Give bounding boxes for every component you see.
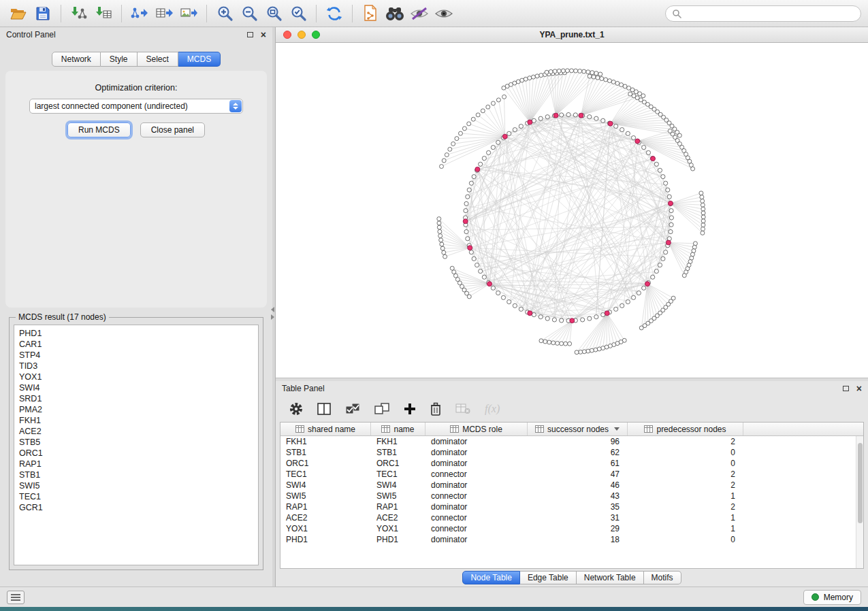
- export-network-button[interactable]: [128, 3, 151, 24]
- delete-column-button[interactable]: [430, 402, 441, 416]
- mcds-result-item[interactable]: STB5: [14, 437, 258, 448]
- run-mcds-button[interactable]: Run MCDS: [67, 122, 131, 137]
- table-mode-button[interactable]: [289, 402, 303, 416]
- mcds-result-item[interactable]: RAP1: [14, 459, 258, 469]
- table-row[interactable]: ACE2ACE2connector311: [280, 512, 863, 523]
- open-network-button[interactable]: [7, 3, 30, 24]
- mcds-result-item[interactable]: TID3: [14, 361, 258, 371]
- save-session-button[interactable]: [31, 3, 54, 24]
- tab-motifs[interactable]: Motifs: [644, 571, 681, 584]
- column-header-predecessor-nodes[interactable]: predecessor nodes: [628, 423, 743, 435]
- mcds-result-item[interactable]: CAR1: [14, 339, 258, 350]
- find-button[interactable]: [383, 3, 406, 24]
- main-toolbar: [0, 0, 868, 27]
- delete-table-button[interactable]: [455, 403, 470, 414]
- mcds-result-item[interactable]: STB1: [14, 469, 258, 480]
- memory-button[interactable]: Memory: [803, 590, 861, 605]
- import-network-button[interactable]: [67, 3, 91, 24]
- mcds-result-item[interactable]: ORC1: [14, 448, 258, 459]
- tab-network-table[interactable]: Network Table: [577, 571, 644, 584]
- tab-style[interactable]: Style: [101, 52, 138, 67]
- table-row[interactable]: PHD1PHD1dominator180: [280, 534, 863, 545]
- mcds-result-item[interactable]: SWI4: [14, 382, 258, 393]
- table-row[interactable]: YOX1YOX1connector291: [280, 523, 863, 534]
- table-row[interactable]: STB1STB1dominator620: [280, 447, 863, 458]
- zoom-in-button[interactable]: [213, 3, 236, 24]
- network-graph[interactable]: [276, 43, 868, 378]
- create-column-button[interactable]: [404, 403, 416, 415]
- column-header-name[interactable]: name: [371, 423, 425, 435]
- column-header-successor-nodes[interactable]: successor nodes: [528, 423, 628, 435]
- column-header-mcds-role[interactable]: MCDS role: [425, 423, 528, 435]
- show-columns-button[interactable]: [317, 403, 331, 415]
- zoom-selected-icon: [290, 5, 307, 22]
- table-body: FKH1FKH1dominator962STB1STB1dominator620…: [280, 436, 863, 568]
- apply-layout-button[interactable]: [323, 3, 346, 24]
- tab-select[interactable]: Select: [138, 52, 178, 67]
- mcds-result-item[interactable]: GCR1: [14, 502, 258, 513]
- select-all-button[interactable]: [345, 403, 360, 415]
- mcds-result-item[interactable]: TEC1: [14, 491, 258, 502]
- mcds-result-item[interactable]: ACE2: [14, 426, 258, 437]
- chevron-down-icon[interactable]: [614, 427, 620, 431]
- binoculars-icon: [385, 6, 404, 21]
- zoom-out-icon: [241, 5, 258, 22]
- network-canvas[interactable]: [276, 43, 868, 378]
- panel-splitter[interactable]: [272, 27, 275, 587]
- tab-mcds[interactable]: MCDS: [178, 52, 221, 67]
- toolbar-separator: [352, 5, 353, 22]
- import-table-button[interactable]: [92, 3, 115, 24]
- mcds-result-item[interactable]: SRD1: [14, 393, 258, 404]
- criterion-dropdown[interactable]: largest connected component (undirected): [29, 99, 243, 114]
- close-window-icon[interactable]: [283, 31, 291, 39]
- table-row[interactable]: TEC1TEC1connector472: [280, 469, 863, 480]
- column-header-label: MCDS role: [462, 425, 502, 434]
- table-scrollbar[interactable]: [856, 436, 863, 568]
- tab-network[interactable]: Network: [52, 52, 101, 67]
- mcds-result-item[interactable]: SWI5: [14, 480, 258, 491]
- scrollbar-thumb[interactable]: [858, 443, 863, 523]
- column-header-shared-name[interactable]: shared name: [280, 423, 371, 435]
- show-log-button[interactable]: [7, 591, 25, 604]
- function-builder-button[interactable]: f(x): [485, 403, 500, 415]
- tab-edge-table[interactable]: Edge Table: [520, 571, 577, 584]
- table-row[interactable]: ORC1ORC1dominator610: [280, 458, 863, 469]
- splitter-collapse-icon[interactable]: [271, 307, 274, 320]
- table-cell: ACE2: [371, 512, 425, 523]
- export-image-button[interactable]: [177, 3, 200, 24]
- mcds-result-item[interactable]: STP4: [14, 350, 258, 361]
- deselect-all-button[interactable]: [374, 403, 389, 415]
- mcds-result-item[interactable]: PMA2: [14, 404, 258, 415]
- mcds-result-item[interactable]: YOX1: [14, 371, 258, 382]
- zoom-fit-button[interactable]: [262, 3, 285, 24]
- show-all-button[interactable]: [432, 3, 455, 24]
- float-panel-icon[interactable]: [247, 32, 253, 37]
- mcds-result-item[interactable]: FKH1: [14, 415, 258, 426]
- table-row[interactable]: RAP1RAP1dominator352: [280, 501, 863, 512]
- table-cell: 0: [628, 447, 743, 458]
- float-panel-icon[interactable]: [843, 386, 849, 391]
- hide-selected-button[interactable]: [408, 3, 431, 24]
- zoom-selected-button[interactable]: [287, 3, 310, 24]
- zoom-fit-icon: [266, 5, 283, 22]
- table-cell: 1: [628, 523, 743, 534]
- table-row[interactable]: SWI5SWI5connector431: [280, 491, 863, 501]
- table-cell: 35: [528, 501, 628, 512]
- table-cell: TEC1: [371, 469, 425, 480]
- zoom-out-button[interactable]: [238, 3, 261, 24]
- application-window: Control Panel × Network Style Select MCD…: [0, 0, 868, 611]
- tab-node-table[interactable]: Node Table: [462, 571, 520, 584]
- mcds-result-item[interactable]: PHD1: [14, 328, 258, 339]
- minimize-window-icon[interactable]: [298, 31, 306, 39]
- share-network-file-button[interactable]: [359, 3, 382, 24]
- search-input[interactable]: [686, 9, 854, 18]
- table-row[interactable]: FKH1FKH1dominator962: [280, 436, 863, 447]
- close-panel-button[interactable]: Close panel: [140, 122, 205, 137]
- table-row[interactable]: SWI4SWI4dominator462: [280, 480, 863, 491]
- network-window-titlebar[interactable]: YPA_prune.txt_1: [276, 27, 868, 43]
- close-panel-icon[interactable]: ×: [261, 30, 266, 39]
- close-panel-icon[interactable]: ×: [856, 384, 862, 393]
- mcds-result-list[interactable]: PHD1CAR1STP4TID3YOX1SWI4SRD1PMA2FKH1ACE2…: [14, 325, 259, 565]
- export-table-button[interactable]: [152, 3, 176, 24]
- maximize-window-icon[interactable]: [312, 31, 320, 39]
